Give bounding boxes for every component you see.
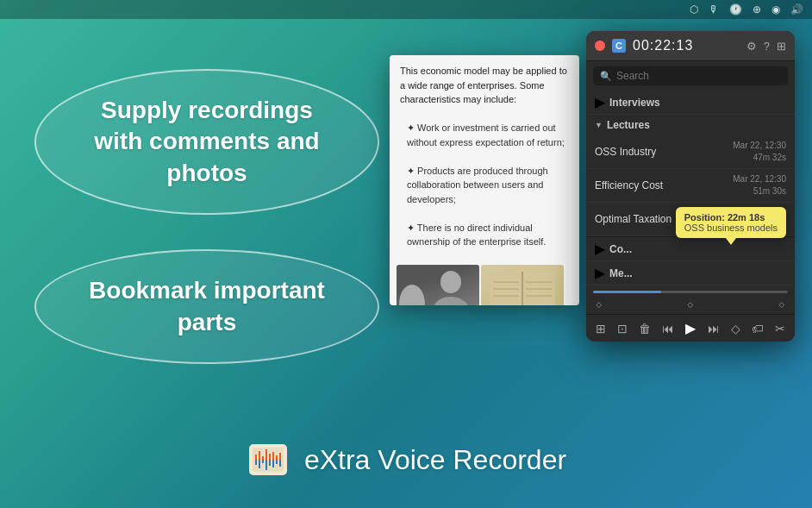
list-item[interactable]: Efficiency Cost Mar 22, 12:30 51m 30s [586,169,795,203]
doc-image-book [481,265,564,306]
doc-bullet2: ✦ Products are produced through collabor… [400,164,569,207]
lectures-header[interactable]: ▼ Lectures [586,115,795,135]
settings-icon[interactable]: ⚙ [746,40,757,53]
me-label: Me... [609,267,633,279]
folder-btn[interactable]: ⊡ [617,322,628,336]
c-badge: C [612,39,626,53]
branding: eXtra Voice Recorder [0,437,812,482]
interviews-arrow: ▶ [595,94,605,110]
volume-icon: 🔊 [790,3,803,16]
search-bar[interactable]: 🔍 [593,66,788,85]
collapsed-group-co[interactable]: ▶ Co... [586,237,795,261]
scissors-btn[interactable]: ✂ [775,322,785,336]
forward-btn[interactable]: ⏭ [708,322,720,336]
oval-supply-text: Supply recordings with comments and phot… [94,97,319,186]
control-bar: ⊞ ⊡ 🗑 ⏮ ▶ ⏭ ◇ 🏷 ✂ [586,314,795,342]
progress-markers: ⬦ ⬦ ⬦ [593,297,788,310]
tag-btn[interactable]: 🏷 [752,322,764,336]
search-input[interactable] [616,70,781,82]
doc-bullet1: ✦ Work or investment is carried out with… [400,121,569,149]
app-icon [246,437,290,482]
expand-icon[interactable]: ⊞ [777,40,786,53]
marker-end: ⬦ [778,297,786,310]
app-name: eXtra Voice Recorder [304,444,566,476]
microphone-icon: 🎙 [709,3,719,16]
lectures-arrow: ▼ [595,121,603,129]
rewind-btn[interactable]: ⏮ [662,322,674,336]
oval-supply: Supply recordings with comments and phot… [34,69,379,215]
item-date-1: Mar 22, 12:30 [733,173,786,185]
close-button[interactable] [595,41,605,51]
tooltip-bubble: Position: 22m 18s OSS business models [676,207,786,238]
recorder-titlebar: C 00:22:13 ⚙ ? ⊞ [586,31,795,61]
left-content: Supply recordings with comments and phot… [34,69,379,398]
oval-bookmark: Bookmark important parts [34,249,379,364]
interviews-group[interactable]: ▶ Interviews [586,91,795,115]
tooltip-label: OSS business models [684,223,778,233]
lectures-label: Lectures [607,119,650,131]
item-meta-1: Mar 22, 12:30 51m 30s [733,173,786,198]
doc-text-content: This economic model may be applied to a … [390,55,579,258]
airplay-icon: ⊕ [753,3,761,16]
item-duration-1: 51m 30s [733,185,786,198]
search-icon: 🔍 [600,71,612,82]
item-meta-0: Mar 22, 12:30 47m 32s [733,140,786,164]
list-item[interactable]: OSS Industry Mar 22, 12:30 47m 32s [586,135,795,169]
collapsed-group-me[interactable]: ▶ Me... [586,261,795,285]
item-date-0: Mar 22, 12:30 [733,140,786,152]
progress-area: ⬦ ⬦ ⬦ [586,285,795,314]
system-menubar: ⬡ 🎙 🕐 ⊕ ◉ 🔊 [0,0,812,19]
item-name-1: Efficiency Cost [595,179,663,191]
marker-mid: ⬦ [686,297,695,310]
play-btn[interactable]: ▶ [685,320,696,336]
interviews-label: Interviews [609,97,660,109]
me-arrow: ▶ [595,265,605,281]
timer-display: 00:22:13 [633,38,740,53]
recorder-list: ▶ Interviews ▼ Lectures OSS Industry Mar… [586,91,795,285]
delete-btn[interactable]: 🗑 [639,322,651,336]
marker-start: ⬦ [595,297,603,310]
add-btn[interactable]: ⊞ [596,322,606,336]
bookmark-btn[interactable]: ◇ [731,322,740,336]
svg-point-1 [432,297,470,306]
item-name-0: OSS Industry [595,146,656,158]
wifi-icon: ◉ [771,3,780,16]
document-panel: This economic model may be applied to a … [390,55,579,305]
doc-intro: This economic model may be applied to a … [400,66,567,104]
co-label: Co... [609,243,632,255]
item-name-2: Optimal Taxation [595,213,671,225]
svg-rect-11 [253,448,284,472]
doc-images [390,265,579,306]
recorder-panel: C 00:22:13 ⚙ ? ⊞ 🔍 ▶ Interviews ▼ Lectur… [586,31,795,342]
doc-bullet3: ✦ There is no direct individual ownershi… [400,221,569,249]
time-machine-icon: 🕐 [729,3,742,16]
item-duration-0: 47m 32s [733,152,786,164]
dropbox-icon: ⬡ [690,3,698,16]
progress-track[interactable] [593,291,788,293]
co-arrow: ▶ [595,241,605,257]
progress-fill [593,291,661,293]
help-icon[interactable]: ? [764,40,770,53]
titlebar-icons: ⚙ ? ⊞ [746,40,786,53]
doc-image-person [397,265,479,306]
oval-bookmark-text: Bookmark important parts [89,277,325,335]
svg-point-0 [440,271,461,293]
tooltip-position: Position: 22m 18s [684,212,778,223]
